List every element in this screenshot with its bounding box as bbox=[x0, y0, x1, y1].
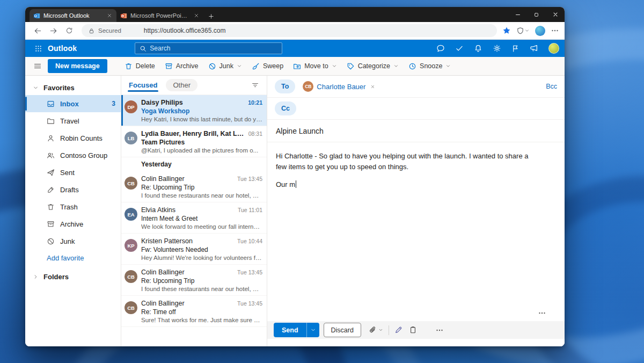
to-button[interactable]: To bbox=[275, 79, 295, 93]
back-icon[interactable] bbox=[31, 24, 45, 38]
remove-recipient-icon[interactable] bbox=[370, 84, 376, 90]
browser-profile-avatar[interactable] bbox=[535, 26, 545, 36]
body-paragraph: Hi Charlotte - So glad to have you helpi… bbox=[276, 151, 532, 172]
search-icon bbox=[140, 45, 147, 52]
tasks-check-icon[interactable] bbox=[455, 44, 464, 53]
sidebar-item-sent[interactable]: Sent bbox=[25, 164, 121, 181]
to-row: To CB Charlotte Bauer Bcc bbox=[267, 76, 565, 98]
feedback-flag-icon[interactable] bbox=[511, 45, 519, 53]
chevron-down-icon bbox=[237, 63, 242, 69]
sidebar-item-junk[interactable]: Junk bbox=[25, 233, 121, 250]
search-box[interactable] bbox=[135, 42, 282, 54]
hamburger-menu-icon[interactable] bbox=[30, 58, 46, 74]
notifications-bell-icon[interactable] bbox=[474, 44, 482, 53]
message-list: Focused Other DP Daisy Philips 10:21 Yog… bbox=[121, 76, 267, 346]
cc-button[interactable]: Cc bbox=[275, 101, 296, 115]
tab-other[interactable]: Other bbox=[166, 79, 197, 91]
archive-button[interactable]: Archive bbox=[160, 59, 203, 74]
subject: Team Pictures bbox=[141, 139, 262, 146]
sidebar-item-inbox[interactable]: Inbox 3 bbox=[25, 95, 121, 112]
junk-button[interactable]: Junk bbox=[204, 59, 246, 74]
message-row[interactable]: CB Colin Ballinger Tue 13:45 Re: Upcomin… bbox=[121, 171, 267, 202]
avatar: CB bbox=[125, 301, 137, 314]
cc-row: Cc bbox=[267, 98, 565, 120]
subject: Intern Meet & Greet bbox=[141, 215, 262, 222]
settings-gear-icon[interactable] bbox=[493, 44, 501, 53]
tab-close-icon[interactable] bbox=[106, 12, 113, 19]
message-row[interactable]: DP Daisy Philips 10:21 Yoga Workshop Hey… bbox=[121, 95, 267, 126]
message-row[interactable]: CB Colin Ballinger Tue 13:45 Re: Upcomin… bbox=[121, 265, 267, 296]
move-to-button[interactable]: Move to bbox=[289, 59, 341, 74]
bcc-link[interactable]: Bcc bbox=[546, 83, 557, 90]
timestamp: 10:21 bbox=[248, 99, 262, 106]
folder-sidebar: Favorites Inbox 3 Travel Robin Counts bbox=[25, 76, 121, 346]
more-options-icon[interactable] bbox=[538, 309, 546, 317]
subject-field[interactable]: Alpine Launch bbox=[267, 120, 565, 142]
ink-pen-icon[interactable] bbox=[394, 326, 402, 334]
favorites-header[interactable]: Favorites bbox=[25, 80, 121, 95]
move-folder-icon bbox=[293, 62, 301, 70]
new-tab-icon[interactable] bbox=[208, 13, 215, 20]
sidebar-item-archive[interactable]: Archive bbox=[25, 215, 121, 233]
chat-icon[interactable] bbox=[436, 44, 445, 53]
sidebar-item-drafts[interactable]: Drafts bbox=[25, 181, 121, 198]
preview: Hey Katri, I know this last minute, but … bbox=[141, 116, 262, 122]
text-cursor bbox=[296, 180, 296, 188]
command-bar: New message Delete Archive Junk Swe bbox=[25, 57, 565, 76]
url-field[interactable]: Secured https://outlook.office365.com bbox=[82, 24, 497, 37]
sidebar-item-robin-counts[interactable]: Robin Counts bbox=[25, 129, 121, 147]
recipient-name: Charlotte Bauer bbox=[317, 83, 365, 91]
send-split-button: Send bbox=[274, 323, 319, 337]
send-options-chevron[interactable] bbox=[306, 323, 319, 337]
message-body-editor[interactable]: Hi Charlotte - So glad to have you helpi… bbox=[267, 142, 565, 321]
block-icon bbox=[208, 62, 216, 70]
tab-microsoft-outlook[interactable]: Microsoft Outlook bbox=[30, 9, 116, 22]
user-avatar[interactable] bbox=[548, 43, 559, 54]
favorites-star-icon[interactable] bbox=[502, 26, 511, 35]
mail-actions: Delete Archive Junk Sweep Move to bbox=[120, 59, 456, 74]
unread-count-badge: 3 bbox=[112, 100, 115, 107]
sidebar-item-travel[interactable]: Travel bbox=[25, 112, 121, 129]
new-message-button[interactable]: New message bbox=[48, 59, 107, 73]
timestamp: Tue 13:45 bbox=[237, 176, 262, 182]
whats-new-megaphone-icon[interactable] bbox=[530, 44, 538, 53]
close-button[interactable] bbox=[546, 7, 565, 22]
message-row[interactable]: KP Kristen Patterson Tue 10:44 Fw: Volun… bbox=[121, 234, 267, 265]
search-input[interactable] bbox=[150, 45, 277, 52]
snooze-button[interactable]: Snooze bbox=[404, 59, 455, 74]
minimize-button[interactable] bbox=[508, 7, 527, 22]
sweep-button[interactable]: Sweep bbox=[247, 59, 288, 74]
forward-icon[interactable] bbox=[46, 24, 61, 38]
tab-title: Microsoft Outlook bbox=[43, 12, 103, 19]
discard-button[interactable]: Discard bbox=[324, 323, 361, 337]
message-row[interactable]: LB Lydia Bauer, Henry Brill, Kat Larsson… bbox=[121, 126, 267, 157]
toolbar-more-icon[interactable] bbox=[435, 326, 444, 335]
recipient-chip[interactable]: CB Charlotte Bauer bbox=[301, 80, 378, 93]
sidebar-item-contoso-group[interactable]: Contoso Group bbox=[25, 147, 121, 164]
tab-focused[interactable]: Focused bbox=[129, 76, 157, 95]
trash-icon bbox=[125, 62, 133, 70]
folders-header[interactable]: Folders bbox=[25, 269, 121, 284]
timestamp: 08:31 bbox=[248, 130, 262, 137]
send-button[interactable]: Send bbox=[274, 323, 306, 337]
add-favorite-link[interactable]: Add favorite bbox=[25, 250, 121, 266]
sidebar-item-trash[interactable]: Trash bbox=[25, 198, 121, 215]
tab-microsoft-powerpoint[interactable]: Microsoft PowerPoint Online bbox=[116, 9, 203, 22]
categorize-button[interactable]: Categorize bbox=[342, 59, 403, 74]
tab-close-icon[interactable] bbox=[193, 12, 200, 19]
app-launcher-waffle-icon[interactable] bbox=[31, 41, 46, 56]
sender: Elvia Atkins bbox=[141, 206, 235, 214]
browser-essentials-icon[interactable] bbox=[516, 27, 530, 35]
message-row[interactable]: EA Elvia Atkins Tue 11:01 Intern Meet & … bbox=[121, 202, 267, 234]
message-row[interactable]: CB Colin Ballinger Tue 13:45 Re: Time of… bbox=[121, 296, 267, 327]
clock-icon bbox=[408, 62, 416, 70]
browser-window: Microsoft Outlook Microsoft PowerPoint O… bbox=[25, 7, 565, 346]
browser-menu-icon[interactable] bbox=[551, 26, 559, 35]
attach-file-button[interactable] bbox=[369, 326, 383, 334]
maximize-button[interactable] bbox=[527, 7, 546, 22]
refresh-icon[interactable] bbox=[62, 24, 76, 38]
group-header-yesterday: Yesterday bbox=[121, 157, 267, 171]
delete-button[interactable]: Delete bbox=[120, 59, 159, 74]
clipboard-icon[interactable] bbox=[409, 326, 417, 334]
filter-icon[interactable] bbox=[251, 81, 259, 89]
